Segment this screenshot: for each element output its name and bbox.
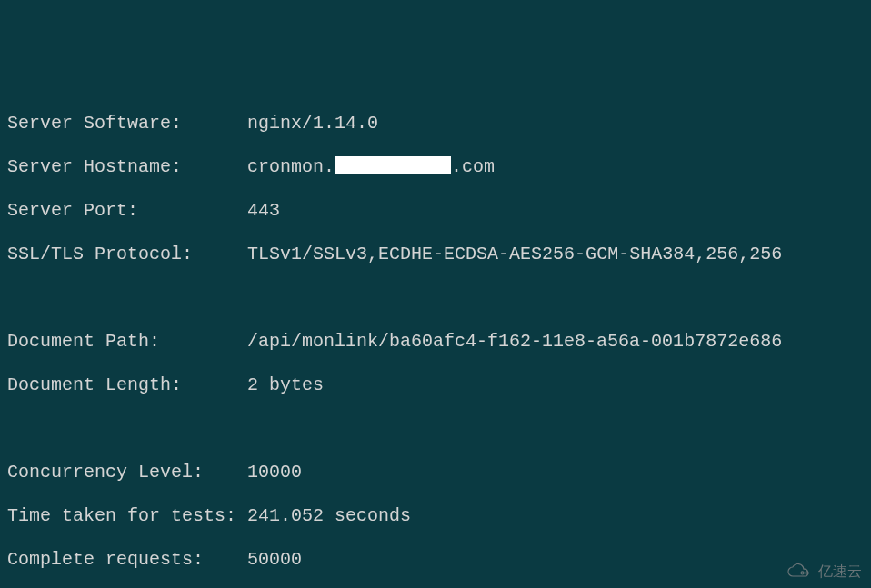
server-port-line: Server Port: 443 [7,200,864,222]
time-taken-label: Time taken for tests: [7,505,236,526]
time-taken-line: Time taken for tests: 241.052 seconds [7,505,864,527]
ssl-protocol-line: SSL/TLS Protocol: TLSv1/SSLv3,ECDHE-ECDS… [7,244,864,265]
cloud-icon [784,563,815,581]
concurrency-line: Concurrency Level: 10000 [7,462,864,483]
redacted-block [335,156,451,174]
time-taken-value: 241.052 seconds [247,505,411,526]
doc-path-value: /api/monlink/ba60afc4-f162-11e8-a56a-001… [247,331,782,352]
complete-line: Complete requests: 50000 [7,549,864,571]
complete-label: Complete requests: [7,549,204,570]
server-hostname-label: Server Hostname: [7,156,182,177]
terminal-output: Server Software: nginx/1.14.0 Server Hos… [7,91,864,588]
server-hostname-prefix: cronmon. [247,156,335,177]
server-software-value: nginx/1.14.0 [247,113,378,134]
server-software-line: Server Software: nginx/1.14.0 [7,113,864,135]
doc-length-label: Document Length: [7,374,182,395]
ssl-protocol-label: SSL/TLS Protocol: [7,244,193,264]
doc-path-line: Document Path: /api/monlink/ba60afc4-f16… [7,331,864,353]
server-port-value: 443 [247,200,280,221]
doc-length-value: 2 bytes [247,374,324,395]
doc-path-label: Document Path: [7,331,160,352]
svg-point-1 [801,572,804,574]
server-software-label: Server Software: [7,113,182,134]
server-hostname-line: Server Hostname: cronmon..com [7,156,864,178]
concurrency-value: 10000 [247,462,302,483]
watermark: 亿速云 [784,561,862,583]
server-port-label: Server Port: [7,200,138,221]
complete-value: 50000 [247,549,302,570]
blank-line-1 [7,287,864,309]
server-hostname-suffix: .com [451,156,495,177]
blank-line-2 [7,418,864,440]
watermark-text: 亿速云 [818,561,862,583]
ssl-protocol-value: TLSv1/SSLv3,ECDHE-ECDSA-AES256-GCM-SHA38… [247,244,782,264]
concurrency-label: Concurrency Level: [7,462,204,483]
svg-point-0 [806,572,808,574]
doc-length-line: Document Length: 2 bytes [7,374,864,396]
